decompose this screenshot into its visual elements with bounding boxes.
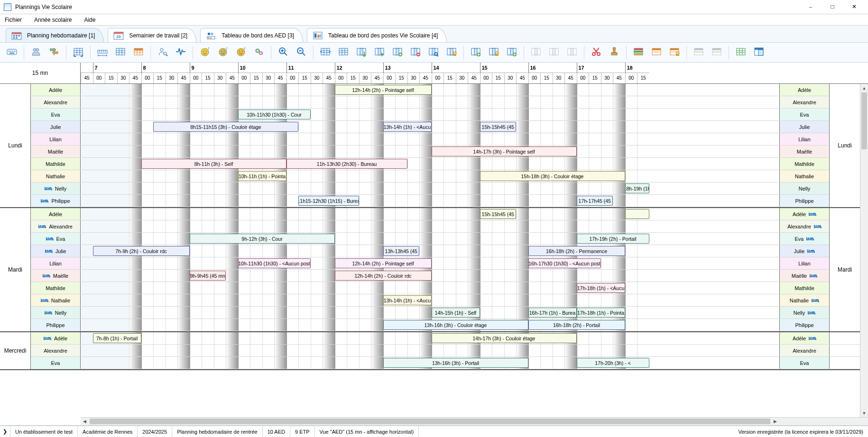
tool-rows-colored[interactable]: [630, 45, 646, 61]
timeslot[interactable]: 10h-11h (1h) - Pointa: [238, 171, 286, 181]
person-cell-right[interactable]: Eva: [779, 109, 829, 120]
person-cell-right[interactable]: Nathalie: [779, 294, 829, 306]
menu-fichier[interactable]: Fichier: [3, 16, 24, 24]
tool-pulse[interactable]: [173, 45, 189, 61]
tool-grid-orange[interactable]: [130, 45, 147, 61]
person-cell-right[interactable]: Maëlle: [779, 270, 829, 282]
row-canvas[interactable]: 10h-11h (1h) - Pointa15h-18h (3h) - Coul…: [81, 170, 779, 182]
person-cell-left[interactable]: Maëlle: [31, 146, 81, 157]
timeslot[interactable]: 17h-17h45 (45: [577, 196, 613, 206]
row-canvas[interactable]: 10h-11h30 (1h30) - Cour: [81, 109, 779, 120]
person-cell-left[interactable]: Eva: [31, 233, 81, 245]
timeslot[interactable]: 11h15-12h30 (1h15) - Burea: [298, 196, 359, 206]
person-cell-left[interactable]: Nelly: [31, 182, 81, 194]
person-cell-left[interactable]: Adèle: [31, 84, 81, 96]
tool-rows-dim1[interactable]: [691, 45, 707, 61]
row-canvas[interactable]: [81, 133, 779, 145]
person-cell-right[interactable]: Julie: [779, 121, 829, 133]
person-cell-right[interactable]: Nathalie: [779, 170, 829, 182]
tool-stamp[interactable]: [606, 45, 622, 61]
tool-table-wide[interactable]: [317, 45, 333, 61]
tool-grid-blue[interactable]: [112, 45, 129, 61]
tab-0[interactable]: Planning hebdomadaire [1]: [6, 28, 104, 42]
row-canvas[interactable]: 14h-17h (3h) - Pointage self: [81, 146, 779, 157]
person-cell-right[interactable]: Eva: [779, 357, 829, 369]
tool-sleep-face[interactable]: z: [197, 45, 213, 61]
timeslot[interactable]: 14h-17h (3h) - Couloir étage: [432, 333, 577, 343]
person-cell-left[interactable]: Philippe: [31, 195, 81, 207]
row-canvas[interactable]: 18h-19h (1h: [81, 182, 779, 194]
tool-col-insert[interactable]: [353, 45, 369, 61]
person-cell-right[interactable]: Lilian: [779, 257, 829, 269]
timeslot[interactable]: 12h-14h (2h) - Couloir rdc: [335, 271, 432, 281]
horizontal-scrollbar[interactable]: ◀ ▶: [81, 417, 779, 425]
timeslot[interactable]: 13h-14h (1h) - <Aucu: [383, 295, 432, 305]
person-cell-left[interactable]: Maëlle: [31, 270, 81, 282]
person-cell-left[interactable]: Adèle: [31, 208, 81, 220]
tool-col-lock[interactable]: [443, 45, 460, 61]
row-canvas[interactable]: 7h-9h (2h) - Couloir rdc13h-13h45 (4516h…: [81, 245, 779, 257]
menu-aide[interactable]: Aide: [82, 16, 97, 24]
tool-person-search[interactable]: [155, 45, 171, 61]
row-canvas[interactable]: 17h-18h (1h) - <Aucu: [81, 282, 779, 294]
timeslot[interactable]: 17h-18h (1h) - <Aucu: [577, 283, 625, 293]
person-cell-right[interactable]: Eva: [779, 233, 829, 245]
person-cell-right[interactable]: Nelly: [779, 307, 829, 319]
person-cell-left[interactable]: Nelly: [31, 307, 81, 319]
person-cell-right[interactable]: Philippe: [779, 195, 829, 207]
person-cell-right[interactable]: Adèle: [779, 84, 829, 96]
tool-cell-dim2[interactable]: [546, 45, 562, 61]
timeslot[interactable]: 18h-19h (1h: [625, 183, 649, 193]
person-cell-right[interactable]: Nelly: [779, 182, 829, 194]
tool-sleep-face-warn[interactable]: z: [233, 45, 249, 61]
person-cell-right[interactable]: Adèle: [779, 208, 829, 220]
timeslot[interactable]: 13h-14h (1h) - <Aucu: [383, 122, 432, 132]
tool-cell-lock[interactable]: [486, 45, 502, 61]
tool-table-search[interactable]: [425, 45, 442, 61]
tool-zoom-out[interactable]: [293, 45, 309, 61]
person-cell-left[interactable]: Nathalie: [31, 170, 81, 182]
timeslot[interactable]: 13h-13h45 (45: [383, 246, 420, 256]
timeslot[interactable]: 15h-15h45 (45: [480, 122, 517, 132]
timeslot[interactable]: 12h-14h (2h) - Pointage self: [335, 85, 432, 95]
person-cell-right[interactable]: Adèle: [779, 332, 829, 344]
timeslot[interactable]: 9h-9h45 (45 mn: [190, 271, 226, 281]
person-cell-left[interactable]: Eva: [31, 109, 81, 120]
scrollbar-thumb[interactable]: [861, 92, 867, 149]
tab-2[interactable]: Tableau de bord des AED [3]: [200, 28, 303, 42]
person-cell-left[interactable]: Eva: [31, 357, 81, 369]
timeslot[interactable]: 16h-18h (2h) - Portail: [528, 320, 625, 330]
timeslot[interactable]: 11h-13h30 (2h30) - Bureau: [286, 159, 407, 169]
tool-window-split[interactable]: [751, 45, 767, 61]
tool-rows-lock[interactable]: [666, 45, 683, 61]
tool-col-add[interactable]: [389, 45, 406, 61]
timeslot[interactable]: 14h-17h (3h) - Pointage self: [432, 146, 577, 156]
timeslot[interactable]: 16h-18h (2h) - Permanence: [528, 246, 625, 256]
timeslot[interactable]: 17h-20h (3h) - <: [577, 358, 649, 368]
tool-scissors[interactable]: [588, 45, 604, 61]
tool-ruler-h[interactable]: [94, 45, 111, 61]
person-cell-right[interactable]: Mathilde: [779, 282, 829, 294]
row-canvas[interactable]: 13h-14h (1h) - <Aucu: [81, 294, 779, 306]
timeslot[interactable]: 13h-16h (3h) - Couloir étage: [383, 320, 528, 330]
timeslot[interactable]: 13h-16h (3h) - Portail: [383, 358, 528, 368]
person-cell-left[interactable]: Mathilde: [31, 282, 81, 294]
planner-grid[interactable]: LundiAdèle12h-14h (2h) - Pointage selfAd…: [0, 84, 868, 417]
row-canvas[interactable]: [81, 96, 779, 108]
tool-cell-dim1[interactable]: [528, 45, 544, 61]
tool-zoom-in[interactable]: [275, 45, 291, 61]
row-canvas[interactable]: 9h-9h45 (45 mn12h-14h (2h) - Couloir rdc: [81, 270, 779, 282]
vertical-scrollbar[interactable]: ▲ ▼: [860, 84, 868, 417]
timeslot[interactable]: 8h-11h (3h) - Self: [141, 159, 286, 169]
person-cell-right[interactable]: Lilian: [779, 133, 829, 145]
timeslot[interactable]: 10h-11h30 (1h30) - Cour: [238, 109, 311, 119]
timeslot[interactable]: 16h-17h (1h) - Burea: [528, 308, 577, 318]
tool-cell-plus[interactable]: [504, 45, 520, 61]
tool-group-people[interactable]: [28, 45, 44, 61]
tab-1[interactable]: 23Semainier de travail [2]: [108, 28, 196, 42]
person-cell-left[interactable]: Alexandre: [31, 345, 81, 356]
timeslot[interactable]: 9h-12h (3h) - Cour: [190, 234, 335, 244]
tool-rows-dim2[interactable]: [709, 45, 725, 61]
timeslot[interactable]: 15h-18h (3h) - Couloir étage: [480, 171, 625, 181]
person-cell-right[interactable]: Mathilde: [779, 158, 829, 170]
